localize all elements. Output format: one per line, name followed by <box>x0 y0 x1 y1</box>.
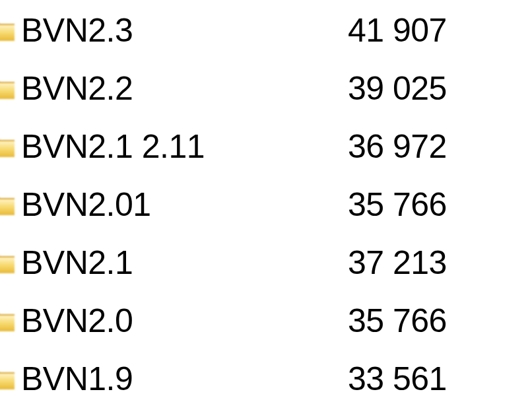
file-name: BVN2.01 <box>21 185 348 224</box>
file-row[interactable]: BVN2.3 41 907 <box>0 1 532 59</box>
file-size: 35 766 <box>348 185 447 224</box>
file-row[interactable]: BVN2.1 2.11 36 972 <box>0 117 532 176</box>
file-name: BVN2.3 <box>21 11 348 50</box>
folder-icon <box>0 360 17 397</box>
file-name: BVN2.2 <box>21 69 348 108</box>
folder-icon <box>0 186 17 223</box>
file-list: BVN2.3 41 907 BVN2.2 39 025 BVN2.1 2.11 … <box>0 0 532 398</box>
file-size: 33 561 <box>348 360 447 398</box>
file-size: 36 972 <box>348 127 447 166</box>
file-row[interactable]: BVN2.01 35 766 <box>0 176 532 234</box>
file-row[interactable]: BVN2.0 35 766 <box>0 292 532 350</box>
file-name: BVN2.1 2.11 <box>21 127 348 166</box>
folder-icon <box>0 244 17 281</box>
file-size: 35 766 <box>348 302 447 340</box>
folder-icon <box>0 12 17 49</box>
file-name: BVN1.9 <box>21 360 348 398</box>
file-row[interactable]: BVN1.9 33 561 <box>0 350 532 398</box>
file-name: BVN2.0 <box>21 302 348 340</box>
folder-icon <box>0 302 17 339</box>
file-row[interactable]: BVN2.2 39 025 <box>0 59 532 117</box>
file-size: 39 025 <box>348 69 447 108</box>
file-size: 37 213 <box>348 244 447 282</box>
folder-icon <box>0 128 17 165</box>
file-name: BVN2.1 <box>21 244 348 282</box>
file-row[interactable]: BVN2.1 37 213 <box>0 234 532 292</box>
file-size: 41 907 <box>348 11 447 50</box>
folder-icon <box>0 70 17 107</box>
